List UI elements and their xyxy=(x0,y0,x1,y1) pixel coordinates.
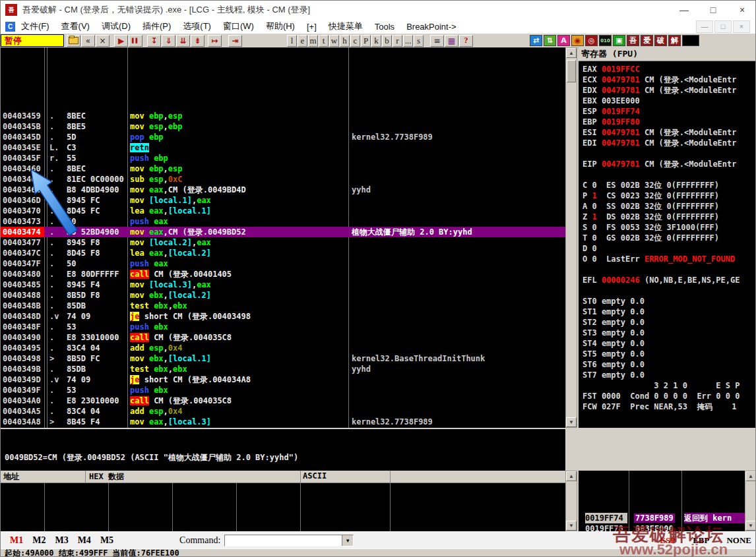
view-source-button[interactable]: s xyxy=(414,35,424,47)
disasm-address[interactable]: 00403462 xyxy=(1,174,44,185)
register-line[interactable]: ST7 empty 0.0 xyxy=(583,370,756,380)
register-line[interactable]: ST6 empty 0.0 xyxy=(583,359,756,370)
menu-item[interactable]: Tools xyxy=(369,19,400,34)
close-debuggee-button[interactable]: × xyxy=(96,35,110,47)
disasm-row[interactable]: 00403490.E8 33010000call CM (登录.004035C8 xyxy=(1,332,565,343)
menu-item[interactable]: [+] xyxy=(301,19,323,34)
disasm-row[interactable]: 0040346D.8945 FCmov [local.1],eax xyxy=(1,195,565,206)
disasm-row[interactable]: 0040345EL.C3retn xyxy=(1,142,565,153)
menu-item[interactable]: 窗口(W) xyxy=(217,19,260,34)
plugin-sync-icon[interactable]: ⇄ xyxy=(530,35,542,46)
trace-over-button[interactable]: ⇟ xyxy=(191,35,205,47)
disasm-row[interactable]: 00403468.B8 4DBD4900mov eax,CM (登录.0049B… xyxy=(1,185,565,195)
disasm-row[interactable]: 0040347C.8D45 F8lea eax,[local.2] xyxy=(1,248,565,258)
scroll-down-icon[interactable]: ▼ xyxy=(566,417,577,427)
register-line[interactable]: 3 2 1 0 E S P xyxy=(583,380,756,391)
close-icon[interactable]: × xyxy=(728,1,756,19)
register-line[interactable]: EFL 00000246 (NO,NB,E,BE,NS,PE,GE xyxy=(583,275,756,285)
menu-item[interactable]: 调试(D) xyxy=(96,19,137,34)
disasm-row[interactable]: 004034A5.83C4 04add esp,0x4 xyxy=(1,406,565,417)
disasm-address[interactable]: 0040345D xyxy=(1,132,44,142)
disasm-address[interactable]: 0040347F xyxy=(1,258,44,269)
view-cpu-button[interactable]: c xyxy=(350,35,360,47)
register-line[interactable]: EBP 0019FF80 xyxy=(583,117,756,127)
view-handles-button[interactable]: h xyxy=(340,35,350,47)
maximize-icon[interactable]: □ xyxy=(699,1,728,19)
ebp-indicator[interactable]: EBP xyxy=(693,535,709,546)
disasm-address[interactable]: 0040348D xyxy=(1,311,44,322)
none-indicator[interactable]: NONE xyxy=(726,535,751,546)
plugin-patch-icon[interactable]: ▣ xyxy=(613,35,625,46)
brand-ai-icon[interactable]: 爱 xyxy=(641,35,653,46)
trace-into-button[interactable]: ⇊ xyxy=(176,35,190,47)
view-memory-button[interactable]: m xyxy=(308,35,318,47)
disasm-row[interactable]: 00403480.E8 80DFFFFFcall CM (登录.00401405 xyxy=(1,269,565,279)
disasm-address[interactable]: 004034A8 xyxy=(1,417,44,427)
register-line[interactable] xyxy=(583,148,756,159)
disasm-address[interactable]: 00403495 xyxy=(1,343,44,353)
register-line[interactable]: P 1 CS 0023 32位 0(FFFFFFFF) xyxy=(583,191,756,201)
disasm-address[interactable]: 0040345E xyxy=(1,142,44,153)
disasm-row[interactable]: 00403473.50push eax xyxy=(1,216,565,227)
register-line[interactable] xyxy=(583,169,756,180)
disasm-row[interactable]: 00403462.81EC 0C00000sub esp,0xC xyxy=(1,174,565,185)
mdi-restore-icon[interactable]: □ xyxy=(714,20,732,33)
disasm-row[interactable]: 004034A0.E8 23010000call CM (登录.004035C8 xyxy=(1,396,565,406)
disasm-address[interactable]: 0040349F xyxy=(1,385,44,396)
disasm-row[interactable]: 0040349F.53push ebx xyxy=(1,385,565,396)
disasm-row[interactable]: 0040349B.85DBtest ebx,ebxyyhd xyxy=(1,364,565,374)
stack-scrollbar[interactable]: ▲ ▼ xyxy=(745,471,756,531)
disasm-address[interactable]: 0040348B xyxy=(1,301,44,311)
register-line[interactable]: O 0 LastErr ERROR_MOD_NOT_FOUND xyxy=(583,254,756,264)
minimize-icon[interactable]: — xyxy=(670,1,699,19)
menu-item[interactable]: 插件(P) xyxy=(137,19,177,34)
register-line[interactable]: EAX 0019FFCC xyxy=(583,64,756,74)
disasm-row[interactable]: 0040345D.5Dpop ebpkernel32.7738F989 xyxy=(1,132,565,142)
stack-pane[interactable]: 0019FF747738F989返回到 kern0019FF78003EE000… xyxy=(579,471,756,531)
brand-wu-icon[interactable]: 吾 xyxy=(627,35,639,46)
memory-tab-m4[interactable]: M4 xyxy=(78,535,91,546)
menu-item[interactable]: 查看(V) xyxy=(55,19,96,34)
scroll-thumb[interactable] xyxy=(567,60,576,82)
disasm-row[interactable]: 00403470.8D45 FClea eax,[local.1] xyxy=(1,206,565,216)
register-line[interactable]: EIP 00479781 CM (登录.<ModuleEntr xyxy=(583,159,756,169)
view-runtrace-button[interactable]: ... xyxy=(403,35,413,47)
hex-dump-pane[interactable]: 地址 HEX 数据 ASCII 0049A00000 E1 FE 7600 F3… xyxy=(1,471,565,531)
disasm-row[interactable]: 00403477.8945 F8mov [local.2],eax xyxy=(1,237,565,248)
register-line[interactable]: ST4 empty 0.0 xyxy=(583,338,756,349)
view-breakpoints-button[interactable]: b xyxy=(382,35,392,47)
goto-expression-button[interactable]: ⇥ xyxy=(228,35,242,47)
step-over-button[interactable]: ⇓ xyxy=(162,35,175,47)
register-line[interactable] xyxy=(583,285,756,296)
disasm-address[interactable]: 00403474 xyxy=(1,227,44,237)
restart-button[interactable]: « xyxy=(81,35,95,47)
help-button[interactable]: ? xyxy=(459,35,473,47)
disasm-address[interactable]: 0040349B xyxy=(1,364,44,374)
disasm-address[interactable]: 00403488 xyxy=(1,290,44,301)
esp-indicator[interactable]: ESP xyxy=(660,535,676,546)
disasm-row[interactable]: 00403485.8945 F4mov [local.3],eax xyxy=(1,279,565,290)
menu-item[interactable]: 文件(F) xyxy=(15,19,55,34)
disasm-address[interactable]: 0040346D xyxy=(1,195,44,206)
register-line[interactable]: EDX 00479781 CM (登录.<ModuleEntr xyxy=(583,85,756,96)
disasm-address[interactable]: 0040345F xyxy=(1,153,44,163)
brand-po-icon[interactable]: 破 xyxy=(654,35,667,46)
disasm-row[interactable]: 0040348D.v74 09je short CM (登录.00403498 xyxy=(1,311,565,322)
dump-header-hex[interactable]: HEX 数据 xyxy=(89,471,124,483)
registers-pane[interactable]: 寄存器 (FPU) EAX 0019FFCCECX 00479781 CM (登… xyxy=(579,47,756,428)
disasm-row[interactable]: 0040348F.53push ebx xyxy=(1,322,565,332)
register-line[interactable]: C 0 ES 002B 32位 0(FFFFFFFF) xyxy=(583,180,756,191)
register-line[interactable]: ESP 0019FF74 xyxy=(583,106,756,117)
register-line[interactable]: ST0 empty 0.0 xyxy=(583,296,756,307)
dump-scrollbar[interactable]: ▲ ▼ xyxy=(565,471,577,531)
memory-tab-m1[interactable]: M1 xyxy=(10,535,23,546)
view-log-button[interactable]: l xyxy=(287,35,297,47)
open-file-button[interactable] xyxy=(67,35,80,47)
dump-header-address[interactable]: 地址 xyxy=(3,471,19,483)
register-line[interactable]: FST 0000 Cond 0 0 0 0 Err 0 0 0 xyxy=(583,391,756,401)
disasm-address[interactable]: 00403480 xyxy=(1,269,44,279)
disasm-row[interactable]: 00403459.8BECmov ebp,esp xyxy=(1,111,565,121)
scroll-up-icon[interactable]: ▲ xyxy=(566,471,577,481)
register-line[interactable]: ECX 00479781 CM (登录.<ModuleEntr xyxy=(583,74,756,85)
disasm-address[interactable]: 00403459 xyxy=(1,111,44,121)
